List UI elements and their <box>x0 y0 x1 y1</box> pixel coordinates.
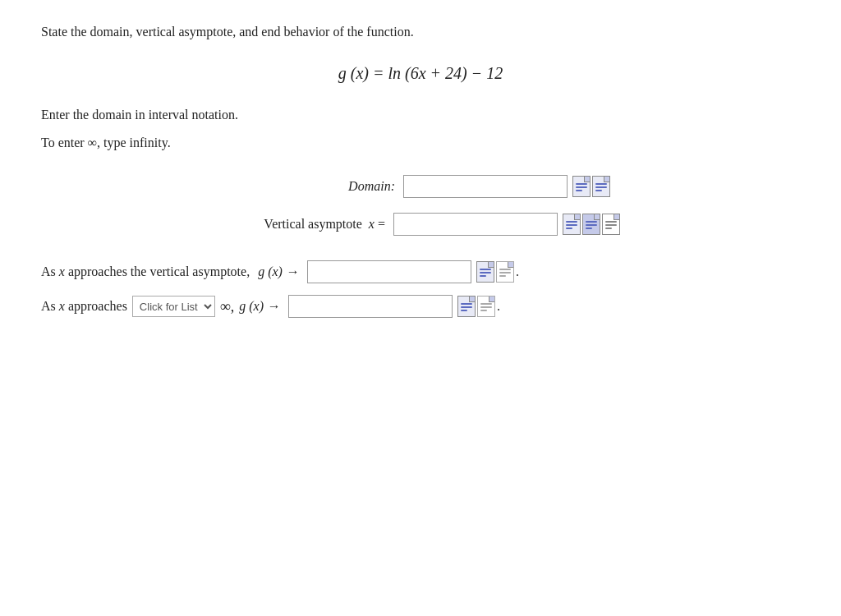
eb1-g-label: g (x) → <box>255 264 299 279</box>
eb1-prefix: As x approaches the vertical asymptote, <box>41 264 250 279</box>
eb2-doc-icon-2[interactable] <box>477 296 495 317</box>
end-behavior-row-1: As x approaches the vertical asymptote, … <box>41 260 800 283</box>
eb2-g-label: g (x) → <box>239 299 280 314</box>
eb2-dropdown[interactable]: Click for List +∞ -∞ <box>132 296 215 317</box>
vertical-asymptote-row: Vertical asymptote x = <box>41 213 800 236</box>
vertical-asymptote-input[interactable] <box>393 213 558 236</box>
function-text: g (x) = ln (6x + 24) − 12 <box>338 64 503 82</box>
eb2-doc-icon-1[interactable] <box>457 296 476 317</box>
domain-doc-icon-1[interactable] <box>572 176 591 197</box>
infinity-instruction: To enter ∞, type infinity. <box>41 136 800 150</box>
domain-icon-group <box>572 176 610 197</box>
eb2-icon-group <box>457 296 495 317</box>
eb1-doc-icon-1[interactable] <box>476 261 494 283</box>
eb2-infinity: ∞, <box>220 298 234 315</box>
end-behavior-row-2: As x approaches Click for List +∞ -∞ ∞, … <box>41 295 800 318</box>
end-behavior-section: As x approaches the vertical asymptote, … <box>41 260 800 318</box>
domain-doc-icon-2[interactable] <box>592 176 610 197</box>
eb1-icon-group <box>476 261 514 283</box>
eb1-doc-icon-2[interactable] <box>496 261 514 283</box>
va-doc-icon-3[interactable] <box>602 214 620 235</box>
problem-statement: State the domain, vertical asymptote, an… <box>41 25 800 39</box>
statement-text: State the domain, vertical asymptote, an… <box>41 25 414 39</box>
va-doc-icon-2[interactable] <box>582 214 600 235</box>
va-doc-icon-1[interactable] <box>563 214 581 235</box>
domain-row: Domain: <box>41 175 800 198</box>
domain-input[interactable] <box>403 175 568 198</box>
domain-instruction: Enter the domain in interval notation. <box>41 108 800 122</box>
eb1-input[interactable] <box>307 260 471 283</box>
domain-label: Domain: <box>231 179 395 194</box>
eb1-period: . <box>516 264 519 279</box>
eb2-input[interactable] <box>288 295 453 318</box>
eb2-period: . <box>497 299 500 314</box>
function-display: g (x) = ln (6x + 24) − 12 <box>41 64 800 83</box>
vertical-asymptote-label: Vertical asymptote x = <box>221 217 385 232</box>
eb2-prefix: As x approaches <box>41 299 127 314</box>
va-icon-group <box>563 214 620 235</box>
